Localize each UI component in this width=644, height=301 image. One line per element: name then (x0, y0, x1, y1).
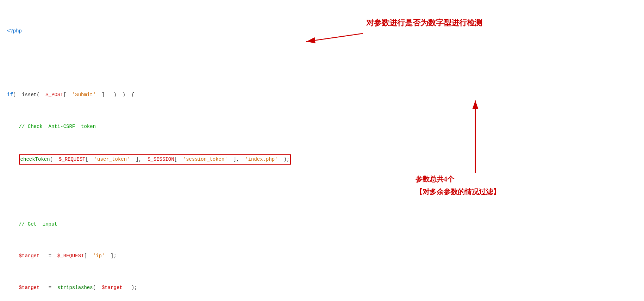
code-token: ); (278, 156, 290, 162)
code-token: ], (130, 156, 148, 162)
code-token: // Check Anti-CSRF token (7, 124, 96, 129)
code-token: $_REQUEST (59, 156, 86, 162)
code-line-checktoken: checkToken( $_REQUEST[ 'user_token' ], $… (7, 154, 637, 165)
code-line: // Check Anti-CSRF token (7, 123, 637, 131)
code-token: if (7, 92, 13, 98)
code-token: $target (19, 253, 40, 259)
code-token: [ (174, 156, 183, 162)
code-token: [ (85, 156, 94, 162)
code-token: 'index.php' (245, 156, 277, 162)
code-editor: <?php if( isset( $_POST[ 'Submit' ] ) ) … (0, 0, 644, 301)
code-token: 'user_token' (94, 156, 130, 162)
code-token: $target (19, 285, 40, 290)
code-token: stripslashes (57, 285, 93, 290)
code-token: 'Submit' (72, 92, 96, 98)
code-token: ]; (105, 253, 117, 259)
code-token: 'ip' (93, 253, 105, 259)
code-token: ); (123, 285, 137, 290)
code-token: $_SESSION (148, 156, 174, 162)
code-token: $_POST (45, 92, 63, 98)
code-token: ( (93, 285, 102, 290)
code-line (7, 189, 637, 197)
code-token: <?php (7, 28, 22, 34)
code-token: $target (102, 285, 123, 290)
code-line: // Get input (7, 220, 637, 228)
checktoken-highlight: checkToken( $_REQUEST[ 'user_token' ], $… (19, 154, 291, 165)
code-token: ( (50, 156, 59, 162)
code-line: $target = stripslashes( $target ); (7, 284, 637, 292)
code-token: $_REQUEST (57, 253, 84, 259)
code-token: [ (84, 253, 93, 259)
code-token: ] ) ) { (96, 92, 134, 98)
code-line: <?php (7, 27, 637, 35)
code-token: // Get input (7, 221, 57, 227)
code-line: if( isset( $_POST[ 'Submit' ] ) ) { (7, 91, 637, 99)
code-token: = (39, 285, 57, 290)
code-token: 'session_token' (183, 156, 227, 162)
code-token: = (39, 253, 57, 259)
code-token: checkToken (20, 156, 50, 162)
code-line: $target = $_REQUEST[ 'ip' ]; (7, 252, 637, 260)
code-token: ( isset( (13, 92, 45, 98)
code-line (7, 59, 637, 67)
code-token: ], (227, 156, 245, 162)
code-token: [ (63, 92, 72, 98)
